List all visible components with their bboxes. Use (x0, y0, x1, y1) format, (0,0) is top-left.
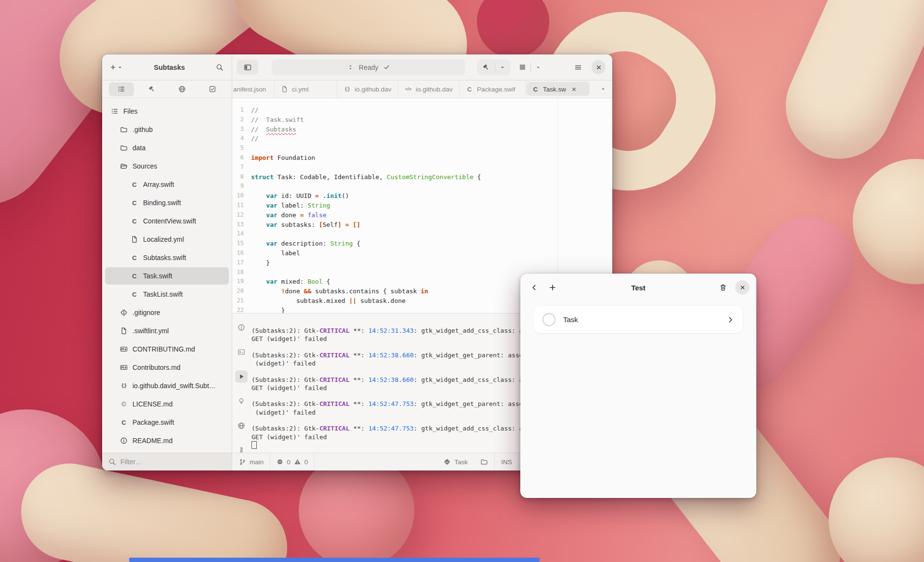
tree-item-package-swift[interactable]: CPackage.swift (102, 413, 232, 431)
braces-icon: {;} (120, 382, 128, 390)
task-row[interactable]: Task (534, 306, 743, 333)
tree-item-array-swift[interactable]: CArray.swift (102, 175, 232, 194)
diagnostics-indicator[interactable]: 0 0 (270, 453, 314, 471)
log-text: **: (350, 327, 369, 334)
run-menu-button[interactable] (532, 60, 544, 74)
code-token: = (345, 221, 349, 228)
errors-icon (277, 458, 283, 465)
log-text: **: (350, 425, 369, 432)
line-number: 9 (232, 182, 244, 191)
run-button-group (515, 59, 544, 75)
tree-item-swiftlint-yml[interactable]: .swiftlint.yml (102, 322, 232, 340)
code-token: var (266, 221, 277, 228)
sidebar-panel-tab-globe[interactable] (170, 82, 195, 96)
tree-item-label: Sources (132, 162, 157, 170)
menu-button[interactable] (571, 60, 585, 75)
new-document-button[interactable]: + (108, 60, 125, 75)
editor-tab-io-github-dav[interactable]: </>io.github.dav (398, 80, 460, 98)
divider (530, 63, 531, 72)
build-button[interactable] (478, 60, 494, 74)
tree-item-localized-yml[interactable]: Localized.yml (102, 230, 232, 248)
close-window-button[interactable] (735, 280, 750, 295)
tab-overflow-button[interactable] (597, 86, 609, 92)
panel-button-globe[interactable] (235, 419, 248, 432)
code-token: var (266, 211, 277, 219)
chevron-left-icon (530, 284, 538, 291)
log-text: **: (350, 400, 369, 407)
hamburger-icon (574, 64, 582, 71)
sidebar-panel-tab-project-list[interactable] (109, 82, 134, 96)
add-task-button[interactable] (545, 280, 560, 295)
sidebar-panel-tab-todo-check[interactable] (200, 82, 225, 96)
tree-item-contributors-md[interactable]: Contributors.md (102, 358, 232, 377)
tree-item-contentview-swift[interactable]: CContentView.swift (102, 212, 232, 230)
editor-tab-package-swif[interactable]: CPackage.swif (460, 80, 526, 98)
tree-item-label: .swiftlint.yml (132, 327, 169, 335)
tree-item-binding-swift[interactable]: CBinding.swift (102, 194, 232, 212)
editor-tab-task-sw[interactable]: CTask.sw (526, 80, 591, 98)
panel-button-terminal[interactable] (235, 346, 248, 358)
filter-input[interactable]: Filter… (102, 453, 232, 471)
plus-icon (549, 284, 556, 291)
panel-button-run[interactable] (235, 370, 248, 383)
code-token: false (307, 211, 326, 219)
delete-button[interactable] (716, 280, 730, 295)
copyright-icon: © (120, 400, 128, 408)
tree-item-sources[interactable]: Sources (102, 157, 232, 175)
git-branch-indicator[interactable]: main (232, 453, 270, 471)
tree-item-subtasks-swift[interactable]: CSubtasks.swift (102, 248, 232, 267)
log-timestamp: 14:52:38.660 (369, 352, 414, 359)
insert-mode-indicator[interactable]: INS (495, 453, 518, 471)
tree-item-tasklist-swift[interactable]: CTaskList.swift (102, 285, 232, 303)
tree-item-label: Localized.yml (143, 235, 184, 243)
editor-tab-io-github-dav[interactable]: {;}io.github.dav (337, 80, 398, 98)
filter-placeholder: Filter… (120, 458, 142, 466)
tree-item-contributing-md[interactable]: CONTRIBUTING.md (102, 340, 232, 358)
close-window-button[interactable] (592, 60, 606, 74)
code-token: Task: Codable, Identifiable, (274, 173, 387, 181)
code-token (251, 211, 266, 219)
line-number: 18 (232, 268, 244, 277)
folder-icon (120, 144, 128, 152)
tree-item-gitignore[interactable]: .gitignore (102, 303, 232, 322)
project-folder-button[interactable] (474, 453, 494, 471)
code-token: // (251, 135, 259, 142)
tree-item-license-md[interactable]: ©LICENSE.md (102, 395, 232, 413)
lang-c-icon: C (131, 199, 138, 207)
toggle-sidebar-button[interactable] (237, 60, 258, 75)
code-token: } (251, 307, 285, 313)
markdown-icon (120, 345, 128, 353)
log-timestamp: 14:52:47.753 (369, 425, 414, 432)
log-severity: CRITICAL (319, 425, 350, 432)
omnibar-status-button[interactable]: Ready (272, 59, 465, 75)
task-checkbox[interactable] (542, 313, 555, 326)
git-branch-icon (238, 458, 246, 466)
build-menu-button[interactable] (496, 60, 509, 74)
symbol-indicator[interactable]: Task (437, 453, 474, 471)
sidebar-panel-tab-build-hammer[interactable] (139, 82, 164, 96)
panel-button-profiler[interactable] (235, 444, 248, 453)
stop-button[interactable] (515, 60, 529, 74)
lang-c-icon: C (131, 254, 138, 261)
code-token: // Task.swift (251, 116, 304, 123)
tree-item-task-swift[interactable]: CTask.swift (102, 267, 232, 285)
tree-item-files[interactable]: Files (102, 102, 232, 120)
code-token: label (251, 249, 300, 257)
warnings-icon (294, 458, 301, 466)
code-line: 1// (232, 105, 612, 115)
tree-item-github[interactable]: .github (102, 120, 232, 139)
code-token (251, 240, 266, 247)
tree-item-io-github-david-swift-subt[interactable]: {;}io.github.david_swift.Subt… (102, 377, 232, 395)
back-button[interactable] (527, 280, 541, 295)
editor-tab-anifest-json[interactable]: anifest.json (232, 80, 275, 98)
panel-button-info-circle[interactable] (235, 321, 248, 334)
search-button[interactable] (213, 60, 226, 75)
tab-close-button[interactable] (570, 85, 578, 93)
tree-item-readme-md[interactable]: README.md (102, 431, 232, 450)
tree-item-label: .gitignore (132, 309, 160, 316)
tree-item-data[interactable]: data (102, 139, 232, 157)
editor-tab-ci-yml[interactable]: ci.yml (275, 80, 337, 98)
panel-button-lightbulb[interactable] (235, 395, 248, 407)
file-tree: Files.githubdataSourcesCArray.swiftCBind… (102, 98, 232, 453)
code-line: 16 label (232, 248, 612, 258)
